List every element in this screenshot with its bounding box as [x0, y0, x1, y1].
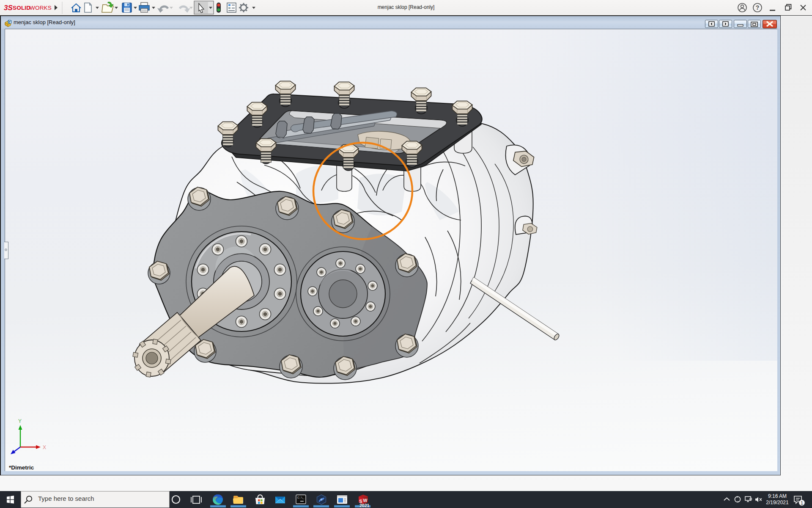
svg-text:C:\_: C:\_ — [297, 496, 305, 500]
svg-text:X: X — [43, 444, 46, 450]
svg-text:SOLID: SOLID — [13, 5, 30, 11]
svg-text:WORKS: WORKS — [30, 5, 52, 11]
svg-text:2021: 2021 — [359, 503, 370, 508]
svg-text:?: ? — [756, 4, 760, 11]
svg-text:Y: Y — [18, 418, 22, 424]
svg-text:1: 1 — [801, 500, 803, 505]
svg-text:W: W — [363, 498, 368, 503]
svg-text:3S: 3S — [4, 4, 13, 12]
